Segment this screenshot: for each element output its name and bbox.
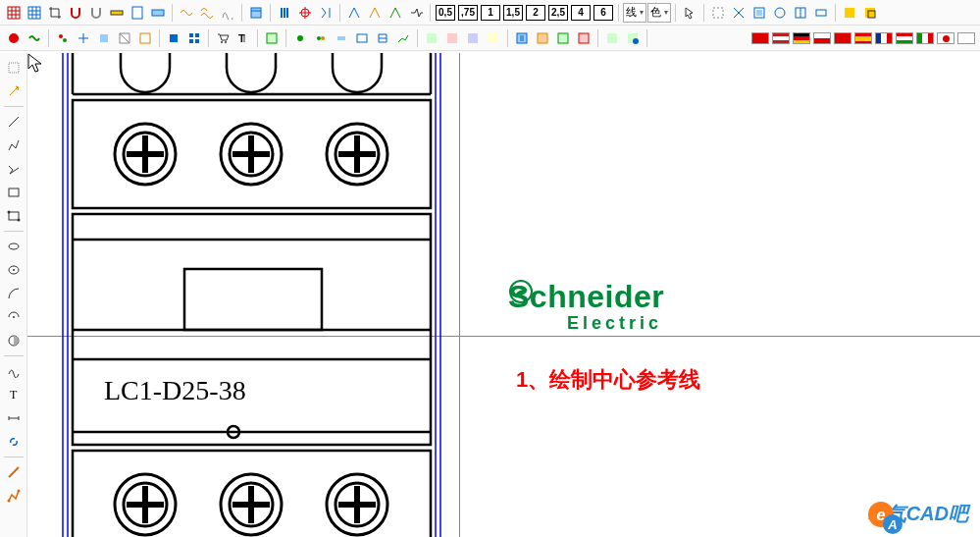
- e4-btn[interactable]: [484, 28, 503, 48]
- center-btn[interactable]: [148, 3, 168, 23]
- l1-btn[interactable]: [344, 3, 364, 23]
- d2-btn[interactable]: [311, 28, 331, 48]
- grid-btn[interactable]: [4, 3, 24, 23]
- l3-btn[interactable]: [386, 3, 405, 23]
- doc-btn[interactable]: [128, 3, 147, 23]
- l4-btn[interactable]: [406, 3, 426, 23]
- d1-btn[interactable]: [290, 28, 310, 48]
- polyline-tool[interactable]: [3, 158, 25, 180]
- f3-btn[interactable]: [553, 28, 573, 48]
- svg-point-57: [633, 38, 639, 44]
- f2-btn[interactable]: [533, 28, 552, 48]
- d5-btn[interactable]: [373, 28, 392, 48]
- wave-a-btn[interactable]: [177, 3, 196, 23]
- wave-c-btn[interactable]: [218, 3, 237, 23]
- text-tool-btn[interactable]: T: [233, 28, 253, 48]
- orange-edit-tool[interactable]: [3, 485, 25, 507]
- e1-btn[interactable]: [422, 28, 441, 48]
- a3-btn[interactable]: [94, 28, 114, 48]
- flag-jp[interactable]: [937, 32, 954, 44]
- y2-btn[interactable]: [860, 3, 880, 23]
- e3-btn[interactable]: [463, 28, 483, 48]
- wave-b-btn[interactable]: [197, 3, 217, 23]
- r1-btn[interactable]: [708, 3, 728, 23]
- ellipse2-tool[interactable]: [3, 259, 25, 281]
- b2-btn[interactable]: [184, 28, 204, 48]
- arc1-tool[interactable]: [3, 283, 25, 304]
- orange-line-tool[interactable]: [3, 461, 25, 483]
- cart-btn[interactable]: [213, 28, 232, 48]
- text-tool[interactable]: T: [3, 384, 25, 405]
- weight-25[interactable]: 2,5: [548, 5, 568, 21]
- separator: [4, 106, 24, 107]
- d4-btn[interactable]: [352, 28, 372, 48]
- l2-btn[interactable]: [365, 3, 385, 23]
- ellipse1-tool[interactable]: [3, 236, 25, 257]
- green-wave-btn[interactable]: [25, 28, 44, 48]
- vbar3-btn[interactable]: [316, 3, 335, 23]
- a1-btn[interactable]: [53, 28, 73, 48]
- vbar2-btn[interactable]: [295, 3, 315, 23]
- pointer-tool[interactable]: [3, 57, 25, 79]
- f1-btn[interactable]: [512, 28, 532, 48]
- r4-btn[interactable]: [770, 3, 790, 23]
- arc2-tool[interactable]: [3, 306, 25, 328]
- weight-05[interactable]: 0,5: [436, 5, 455, 21]
- weight-15[interactable]: 1,5: [503, 5, 523, 21]
- dimension-tool[interactable]: [3, 407, 25, 429]
- flag-dk[interactable]: [834, 32, 851, 44]
- a5-btn[interactable]: [135, 28, 155, 48]
- weight-1[interactable]: 1: [481, 5, 500, 21]
- r3-btn[interactable]: [749, 3, 769, 23]
- grid2-btn[interactable]: [25, 3, 44, 23]
- red-circle-btn[interactable]: [4, 28, 24, 48]
- link-tool[interactable]: [3, 431, 25, 453]
- r6-btn[interactable]: [811, 3, 831, 23]
- color-combo[interactable]: 色: [647, 3, 671, 23]
- r5-btn[interactable]: [791, 3, 810, 23]
- flag-de[interactable]: [793, 32, 810, 44]
- drawing-canvas[interactable]: LC1-D25-38 Schneider Electric 1、绘制中心参考线 …: [27, 53, 980, 537]
- measure-btn[interactable]: [107, 3, 127, 23]
- g2-btn[interactable]: [623, 28, 643, 48]
- b1-btn[interactable]: [164, 28, 183, 48]
- cal-btn[interactable]: [246, 3, 266, 23]
- f4-btn[interactable]: [574, 28, 593, 48]
- rect-tool[interactable]: [3, 182, 25, 203]
- crop-btn[interactable]: [45, 3, 65, 23]
- zigzag-tool[interactable]: [3, 134, 25, 156]
- rect2-tool[interactable]: [3, 205, 25, 227]
- pointer-btn[interactable]: [680, 3, 699, 23]
- c1-btn[interactable]: [262, 28, 282, 48]
- flag-hu[interactable]: [896, 32, 913, 44]
- weight-6[interactable]: 6: [593, 5, 613, 21]
- flag-cn[interactable]: [751, 32, 769, 44]
- line-style-combo[interactable]: 线: [623, 3, 646, 23]
- separator: [208, 29, 209, 47]
- vbar1-btn[interactable]: [275, 3, 294, 23]
- a2-btn[interactable]: [74, 28, 93, 48]
- curve-tool[interactable]: [3, 360, 25, 382]
- e2-btn[interactable]: [442, 28, 462, 48]
- flag-es[interactable]: [854, 32, 872, 44]
- weight-075[interactable]: ,75: [458, 5, 478, 21]
- d3-btn[interactable]: [332, 28, 351, 48]
- a4-btn[interactable]: [115, 28, 134, 48]
- r2-btn[interactable]: [729, 3, 748, 23]
- magic-tool[interactable]: [3, 81, 25, 102]
- d6-btn[interactable]: [393, 28, 413, 48]
- weight-2[interactable]: 2: [526, 5, 545, 21]
- magnet2-btn[interactable]: [86, 3, 106, 23]
- flag-cz[interactable]: [813, 32, 831, 44]
- y1-btn[interactable]: [840, 3, 859, 23]
- flag-us[interactable]: [772, 32, 790, 44]
- circle-half-tool[interactable]: [3, 330, 25, 351]
- flag-kr[interactable]: [957, 32, 975, 44]
- flag-it[interactable]: [916, 32, 934, 44]
- flag-fr[interactable]: [875, 32, 893, 44]
- magnet1-btn[interactable]: [66, 3, 85, 23]
- vertical-guide: [459, 53, 460, 537]
- line-tool[interactable]: [3, 111, 25, 133]
- weight-4[interactable]: 4: [571, 5, 591, 21]
- g1-btn[interactable]: [602, 28, 622, 48]
